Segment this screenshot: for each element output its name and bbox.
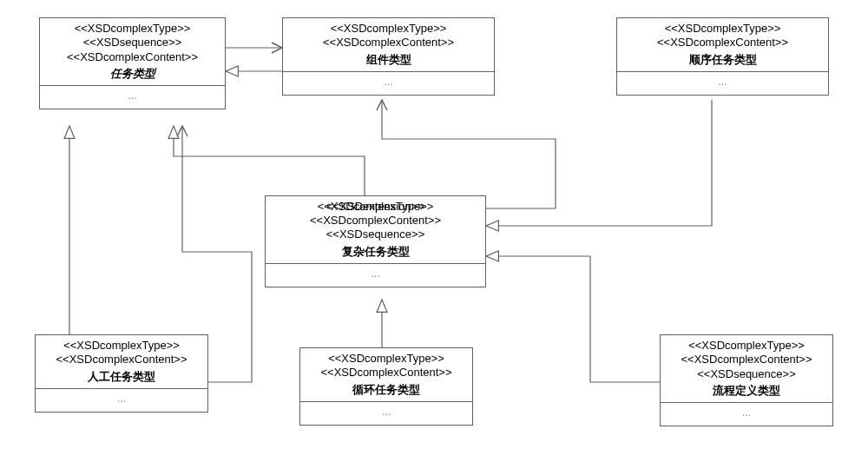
stereotype: <<XSDcomplexType>> xyxy=(307,352,465,366)
stereotype: <<XSDsequence>> xyxy=(667,367,825,381)
edge-process-gen-complex xyxy=(486,256,660,382)
stereotype: <<XSDcomplexType>> xyxy=(43,339,201,353)
node-body: ... xyxy=(283,72,494,95)
node-loop-task-type: <<XSDcomplexType>> <<XSDcomplexContent>>… xyxy=(299,347,473,426)
node-manual-task-type: <<XSDcomplexType>> <<XSDcomplexContent>>… xyxy=(35,334,208,413)
stereotype: <<XSDcomplexContent>> xyxy=(47,50,218,64)
stereotype: <<XSDcomplexContent>> xyxy=(307,366,465,380)
stereotype: <<XSDcomplexContent>> xyxy=(624,36,821,50)
edge-complex-gen-task xyxy=(174,126,365,195)
stereotype: <<XSDsequence>> xyxy=(47,36,218,50)
stereotype: <<XSDcomplexType>> xyxy=(47,22,218,36)
node-title: 组件类型 xyxy=(290,52,487,68)
node-title: 流程定义类型 xyxy=(667,383,825,399)
node-body: ... xyxy=(266,264,485,287)
node-process-definition-type: <<XSDcomplexType>> <<XSDcomplexContent>>… xyxy=(660,334,833,426)
node-title: 人工任务类型 xyxy=(43,369,201,385)
stereotype: <<XSDcomplexType>> xyxy=(290,22,487,36)
stereotype: <<XSDcomplexType>> xyxy=(624,22,821,36)
node-complex-task-type: <<XSDextension>> <<XSDcomplexType>> <<XS… xyxy=(265,195,486,287)
node-sequential-task-type: <<XSDcomplexType>> <<XSDcomplexContent>>… xyxy=(616,17,829,96)
node-body: ... xyxy=(661,403,832,426)
node-task-type: <<XSDcomplexType>> <<XSDsequence>> <<XSD… xyxy=(39,17,226,109)
node-body: ... xyxy=(36,389,207,412)
edge-complex-to-component xyxy=(382,100,556,208)
node-title: 顺序任务类型 xyxy=(624,52,821,68)
node-component-type: <<XSDcomplexType>> <<XSDcomplexContent>>… xyxy=(282,17,495,96)
stereotype: <<XSDsequence>> xyxy=(273,228,478,241)
node-body: ... xyxy=(617,72,828,95)
node-title: 任务类型 xyxy=(47,66,218,82)
stereotype: <<XSDcomplexContent>> xyxy=(43,353,201,366)
edge-sequential-gen-complex xyxy=(486,100,712,226)
node-title: 循环任务类型 xyxy=(307,382,465,398)
stereotype: <<XSDcomplexContent>> xyxy=(290,36,487,50)
node-title: 复杂任务类型 xyxy=(273,244,478,260)
stereotype: <<XSDcomplexContent>> xyxy=(273,214,478,228)
stereotype: <<XSDcomplexType>> xyxy=(667,339,825,353)
stereotype-overlap: <<XSDextension>> <<XSDcomplexType>> xyxy=(273,200,478,214)
stereotype: <<XSDcomplexContent>> xyxy=(667,353,825,366)
node-body: ... xyxy=(40,86,225,109)
node-body: ... xyxy=(300,402,472,425)
